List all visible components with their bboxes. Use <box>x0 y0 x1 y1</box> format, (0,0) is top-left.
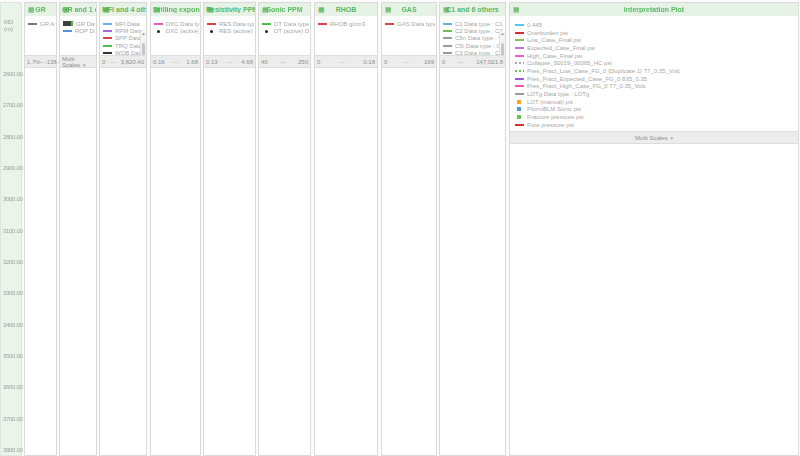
ui-layer: MD(m)2600.002700.002800.002900.003000.00… <box>0 0 800 456</box>
legend-item: Low_Case_Final psi <box>515 36 797 44</box>
legend-label: Pres_Fract_High_Case_FG_0 77_0.35_Volc <box>527 83 646 89</box>
track-header-dxc[interactable]: ▦Drilling exponen <box>151 3 200 16</box>
legend-item: C1 Data type : C1 <box>443 20 504 27</box>
track-header-mfi[interactable]: ▦MFI and 4 other <box>100 3 146 16</box>
scale-dash: — <box>227 59 233 65</box>
track-grid-icon: ▦ <box>154 5 161 14</box>
track-header-gas[interactable]: ▦GAS <box>382 3 436 16</box>
track-title-c1: C1 and 6 others <box>444 6 501 13</box>
depth-unit-line1: MD <box>4 19 13 26</box>
depth-label: 3000.00 <box>3 196 23 202</box>
track-header-c1[interactable]: ▦C1 and 6 others <box>440 3 505 16</box>
scale-row-interp: Multi Scales▾ <box>510 131 798 144</box>
multi-scales-dropdown[interactable]: Multi Scales▾ <box>62 56 94 68</box>
legend-label: DXC Data typ <box>166 21 199 27</box>
legend-label: GR API <box>40 21 55 27</box>
legend-item: LOTg Data type : LOTg <box>515 90 797 98</box>
legend-label: GR Data <box>76 21 95 27</box>
scale-max-value: 0.18 <box>363 59 375 65</box>
scroll-up-icon[interactable]: ▲ <box>501 31 505 36</box>
line-marker-icon <box>28 23 37 25</box>
track-dt: ▦Sonic PPMDT Data type : DDT (active) Da… <box>258 2 311 456</box>
legend-label: GAS Data type : C <box>397 21 435 27</box>
line-marker-icon <box>103 23 112 25</box>
legend-scrollbar[interactable]: ▲▼ <box>499 31 505 57</box>
legend-label: DXC (active) D <box>166 28 199 34</box>
scale-row-gas: 0—169 <box>382 55 436 68</box>
scroll-up-icon[interactable]: ▲ <box>142 31 146 36</box>
dot-marker-icon <box>265 30 268 33</box>
track-title-interp: Interpretation Plot <box>622 6 686 13</box>
legend-item: GAS Data type : C <box>385 20 435 27</box>
scale-min-value: 40 <box>261 59 268 65</box>
dropdown-label: Multi Scales <box>62 56 80 68</box>
legend-item: TRQ Data <box>103 42 145 49</box>
depth-label: 2900.00 <box>3 165 23 171</box>
legend-item: Pore pressure psi <box>515 121 797 128</box>
scale-dash: — <box>110 59 116 65</box>
line-marker-icon <box>154 23 163 25</box>
chevron-down-icon: ▾ <box>83 62 86 68</box>
line-marker-icon <box>103 37 112 39</box>
legend-label: RPM Data <box>115 28 143 34</box>
track-header-interp[interactable]: ▦Interpretation Plot <box>510 3 798 16</box>
line-marker-icon <box>515 47 524 49</box>
depth-label: 3100.00 <box>3 228 23 234</box>
legend-label: C1 Data type : C1 <box>455 21 503 27</box>
legend-label: Overburden psi <box>527 30 568 36</box>
chevron-down-icon: ▾ <box>670 135 673 141</box>
depth-label: 3200.00 <box>3 259 23 265</box>
scale-dash: — <box>173 59 179 65</box>
scale-max-value: 147,021.8 <box>476 59 503 65</box>
track-header-gr[interactable]: ▦GR <box>25 3 56 16</box>
scale-min-value: 0.16 <box>153 59 165 65</box>
track-header-res[interactable]: ▦Resistivity PPM <box>204 3 255 16</box>
dashed-line-marker-icon <box>515 70 524 72</box>
legend-item: PformBLM Sonic psi <box>515 106 797 114</box>
dashed-line-marker-icon <box>515 62 524 64</box>
scale-max-value: 250 <box>298 59 308 65</box>
scale-min-value: 0 <box>102 59 105 65</box>
scale-dash: — <box>339 59 345 65</box>
scale-row-dt: 40—250 <box>259 55 310 68</box>
track-legend-c1: C1 Data type : C1C2 Data type : C2C5n Da… <box>440 16 505 57</box>
track-legend-dxc: DXC Data typDXC (active) D <box>151 16 200 57</box>
multi-scales-dropdown[interactable]: Multi Scales▾ <box>635 135 673 141</box>
legend-item: Fracture pressure psi <box>515 113 797 121</box>
depth-label: 3700.00 <box>3 416 23 422</box>
legend-item: RES Data typ <box>207 20 254 27</box>
track-header-dt[interactable]: ▦Sonic PPM <box>259 3 310 16</box>
scale-min-value: 0 <box>384 59 387 65</box>
legend-label: Pres_Fract_Expected_Case_FG_0 835_0.35 <box>527 76 647 82</box>
scale-row-c1: 0—147,021.8 <box>440 55 505 68</box>
legend-label: RHOB g/cm3 <box>330 21 365 27</box>
track-gr1c: ▦GR and 1 cGR DataROP DaMulti Scales▾ <box>59 2 97 456</box>
track-header-rhob[interactable]: ▦RHOB <box>315 3 377 16</box>
legend-item: C5n Data type : C <box>443 35 504 42</box>
line-marker-icon <box>515 85 524 87</box>
scale-row-rhob: 0—0.18 <box>315 55 377 68</box>
legend-item: ROP Da <box>63 27 95 34</box>
line-marker-icon <box>515 124 524 126</box>
scale-dash: — <box>458 59 464 65</box>
legend-scrollbar[interactable]: ▲▼ <box>140 31 146 57</box>
dropdown-label: Multi Scales <box>635 135 667 141</box>
track-title-dt: Sonic PPM <box>264 6 304 13</box>
legend-item: DXC Data typ <box>154 20 199 27</box>
line-marker-icon <box>103 45 112 47</box>
legend-item: C5i Data type : C <box>443 42 504 49</box>
track-title-gr: GR <box>33 6 48 13</box>
track-grid-icon: ▦ <box>513 5 520 14</box>
scale-max-value: 169 <box>424 59 434 65</box>
scale-row-mfi: 0—3,820.40 <box>100 55 146 68</box>
legend-item: C2 Data type : C2 <box>443 27 504 34</box>
legend-label: DT (active) Data <box>274 28 309 34</box>
legend-label: MFI Data <box>115 21 140 27</box>
track-interp: ▦Interpretation Plot0 445Overburden psiL… <box>509 2 799 456</box>
legend-item: RES (active) D <box>207 27 254 34</box>
line-marker-icon <box>207 23 216 25</box>
line-marker-icon <box>515 39 524 41</box>
line-marker-icon <box>515 24 524 26</box>
legend-item: DXC (active) D <box>154 27 199 34</box>
track-header-gr1c[interactable]: ▦GR and 1 c <box>60 3 96 16</box>
